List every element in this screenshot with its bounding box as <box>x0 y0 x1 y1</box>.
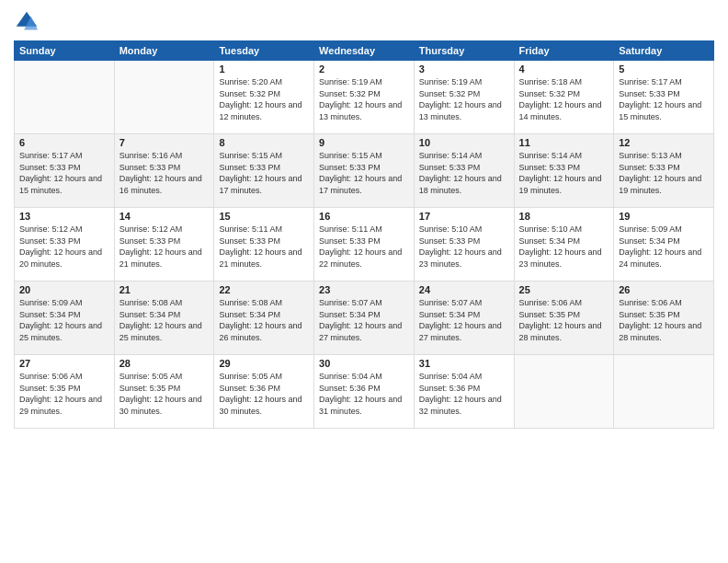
day-number: 8 <box>219 137 309 148</box>
day-number: 21 <box>119 284 210 295</box>
day-number: 17 <box>419 211 509 222</box>
header-cell-sunday: Sunday <box>15 41 115 61</box>
day-info: Sunrise: 5:04 AM Sunset: 5:36 PM Dayligh… <box>419 371 509 417</box>
day-info: Sunrise: 5:18 AM Sunset: 5:32 PM Dayligh… <box>519 76 609 122</box>
day-number: 16 <box>319 211 409 222</box>
day-number: 3 <box>419 63 509 75</box>
day-cell: 20Sunrise: 5:09 AM Sunset: 5:34 PM Dayli… <box>15 282 115 355</box>
day-cell: 30Sunrise: 5:04 AM Sunset: 5:36 PM Dayli… <box>314 355 415 429</box>
day-number: 6 <box>19 137 109 148</box>
day-cell <box>614 355 714 429</box>
day-cell: 8Sunrise: 5:15 AM Sunset: 5:33 PM Daylig… <box>214 134 314 208</box>
day-cell: 24Sunrise: 5:07 AM Sunset: 5:34 PM Dayli… <box>414 282 514 355</box>
day-number: 18 <box>519 211 609 222</box>
header-cell-tuesday: Tuesday <box>214 41 314 61</box>
day-info: Sunrise: 5:04 AM Sunset: 5:36 PM Dayligh… <box>319 371 409 417</box>
day-cell <box>114 61 214 134</box>
week-row-4: 20Sunrise: 5:09 AM Sunset: 5:34 PM Dayli… <box>15 282 714 355</box>
day-cell: 22Sunrise: 5:08 AM Sunset: 5:34 PM Dayli… <box>214 282 314 355</box>
week-row-5: 27Sunrise: 5:06 AM Sunset: 5:35 PM Dayli… <box>15 355 714 429</box>
day-number: 26 <box>619 284 709 295</box>
day-cell: 14Sunrise: 5:12 AM Sunset: 5:33 PM Dayli… <box>114 208 214 282</box>
day-number: 20 <box>19 284 109 295</box>
day-info: Sunrise: 5:15 AM Sunset: 5:33 PM Dayligh… <box>319 150 409 196</box>
day-cell: 23Sunrise: 5:07 AM Sunset: 5:34 PM Dayli… <box>314 282 415 355</box>
day-cell <box>15 61 115 134</box>
day-number: 11 <box>519 137 609 148</box>
day-info: Sunrise: 5:19 AM Sunset: 5:32 PM Dayligh… <box>319 76 409 122</box>
day-info: Sunrise: 5:05 AM Sunset: 5:35 PM Dayligh… <box>119 371 210 417</box>
day-cell: 9Sunrise: 5:15 AM Sunset: 5:33 PM Daylig… <box>314 134 415 208</box>
day-cell: 27Sunrise: 5:06 AM Sunset: 5:35 PM Dayli… <box>15 355 115 429</box>
day-info: Sunrise: 5:13 AM Sunset: 5:33 PM Dayligh… <box>619 150 709 196</box>
day-info: Sunrise: 5:10 AM Sunset: 5:33 PM Dayligh… <box>419 224 509 270</box>
day-number: 13 <box>19 211 109 222</box>
header-cell-monday: Monday <box>114 41 214 61</box>
day-number: 27 <box>19 358 109 369</box>
day-info: Sunrise: 5:08 AM Sunset: 5:34 PM Dayligh… <box>219 297 309 343</box>
week-row-3: 13Sunrise: 5:12 AM Sunset: 5:33 PM Dayli… <box>15 208 714 282</box>
week-row-2: 6Sunrise: 5:17 AM Sunset: 5:33 PM Daylig… <box>15 134 714 208</box>
day-info: Sunrise: 5:14 AM Sunset: 5:33 PM Dayligh… <box>419 150 509 196</box>
day-info: Sunrise: 5:06 AM Sunset: 5:35 PM Dayligh… <box>519 297 609 343</box>
page: SundayMondayTuesdayWednesdayThursdayFrid… <box>0 0 728 563</box>
day-cell: 19Sunrise: 5:09 AM Sunset: 5:34 PM Dayli… <box>614 208 714 282</box>
day-cell: 16Sunrise: 5:11 AM Sunset: 5:33 PM Dayli… <box>314 208 415 282</box>
day-cell: 1Sunrise: 5:20 AM Sunset: 5:32 PM Daylig… <box>214 61 314 134</box>
day-cell: 6Sunrise: 5:17 AM Sunset: 5:33 PM Daylig… <box>15 134 115 208</box>
day-cell: 21Sunrise: 5:08 AM Sunset: 5:34 PM Dayli… <box>114 282 214 355</box>
header-cell-friday: Friday <box>514 41 614 61</box>
day-cell: 12Sunrise: 5:13 AM Sunset: 5:33 PM Dayli… <box>614 134 714 208</box>
day-info: Sunrise: 5:12 AM Sunset: 5:33 PM Dayligh… <box>119 224 210 270</box>
header-cell-thursday: Thursday <box>414 41 514 61</box>
calendar-table: SundayMondayTuesdayWednesdayThursdayFrid… <box>14 40 714 429</box>
day-info: Sunrise: 5:05 AM Sunset: 5:36 PM Dayligh… <box>219 371 309 417</box>
day-info: Sunrise: 5:17 AM Sunset: 5:33 PM Dayligh… <box>19 150 109 196</box>
day-cell: 3Sunrise: 5:19 AM Sunset: 5:32 PM Daylig… <box>414 61 514 134</box>
day-info: Sunrise: 5:14 AM Sunset: 5:33 PM Dayligh… <box>519 150 609 196</box>
day-info: Sunrise: 5:17 AM Sunset: 5:33 PM Dayligh… <box>619 76 709 122</box>
header-cell-wednesday: Wednesday <box>314 41 415 61</box>
day-number: 1 <box>219 63 309 75</box>
day-cell: 4Sunrise: 5:18 AM Sunset: 5:32 PM Daylig… <box>514 61 614 134</box>
day-number: 9 <box>319 137 409 148</box>
header-cell-saturday: Saturday <box>614 41 714 61</box>
day-info: Sunrise: 5:15 AM Sunset: 5:33 PM Dayligh… <box>219 150 309 196</box>
day-info: Sunrise: 5:08 AM Sunset: 5:34 PM Dayligh… <box>119 297 210 343</box>
week-row-1: 1Sunrise: 5:20 AM Sunset: 5:32 PM Daylig… <box>15 61 714 134</box>
header-row: SundayMondayTuesdayWednesdayThursdayFrid… <box>15 41 714 61</box>
day-cell: 2Sunrise: 5:19 AM Sunset: 5:32 PM Daylig… <box>314 61 415 134</box>
day-info: Sunrise: 5:16 AM Sunset: 5:33 PM Dayligh… <box>119 150 210 196</box>
day-cell: 13Sunrise: 5:12 AM Sunset: 5:33 PM Dayli… <box>15 208 115 282</box>
day-cell: 25Sunrise: 5:06 AM Sunset: 5:35 PM Dayli… <box>514 282 614 355</box>
day-info: Sunrise: 5:20 AM Sunset: 5:32 PM Dayligh… <box>219 76 309 122</box>
day-info: Sunrise: 5:07 AM Sunset: 5:34 PM Dayligh… <box>319 297 409 343</box>
day-number: 5 <box>619 63 709 75</box>
day-info: Sunrise: 5:09 AM Sunset: 5:34 PM Dayligh… <box>19 297 109 343</box>
day-info: Sunrise: 5:11 AM Sunset: 5:33 PM Dayligh… <box>219 224 309 270</box>
day-number: 15 <box>219 211 309 222</box>
day-number: 29 <box>219 358 309 369</box>
logo-icon <box>14 9 40 35</box>
day-number: 7 <box>119 137 210 148</box>
day-cell: 5Sunrise: 5:17 AM Sunset: 5:33 PM Daylig… <box>614 61 714 134</box>
day-number: 19 <box>619 211 709 222</box>
day-number: 10 <box>419 137 509 148</box>
day-cell: 7Sunrise: 5:16 AM Sunset: 5:33 PM Daylig… <box>114 134 214 208</box>
day-number: 28 <box>119 358 210 369</box>
day-info: Sunrise: 5:06 AM Sunset: 5:35 PM Dayligh… <box>19 371 109 417</box>
day-cell: 31Sunrise: 5:04 AM Sunset: 5:36 PM Dayli… <box>414 355 514 429</box>
day-cell: 17Sunrise: 5:10 AM Sunset: 5:33 PM Dayli… <box>414 208 514 282</box>
day-number: 25 <box>519 284 609 295</box>
logo <box>14 9 43 35</box>
day-info: Sunrise: 5:11 AM Sunset: 5:33 PM Dayligh… <box>319 224 409 270</box>
day-number: 2 <box>319 63 409 75</box>
day-number: 12 <box>619 137 709 148</box>
day-info: Sunrise: 5:09 AM Sunset: 5:34 PM Dayligh… <box>619 224 709 270</box>
day-number: 4 <box>519 63 609 75</box>
day-number: 30 <box>319 358 409 369</box>
day-cell <box>514 355 614 429</box>
day-info: Sunrise: 5:06 AM Sunset: 5:35 PM Dayligh… <box>619 297 709 343</box>
day-cell: 15Sunrise: 5:11 AM Sunset: 5:33 PM Dayli… <box>214 208 314 282</box>
day-number: 23 <box>319 284 409 295</box>
